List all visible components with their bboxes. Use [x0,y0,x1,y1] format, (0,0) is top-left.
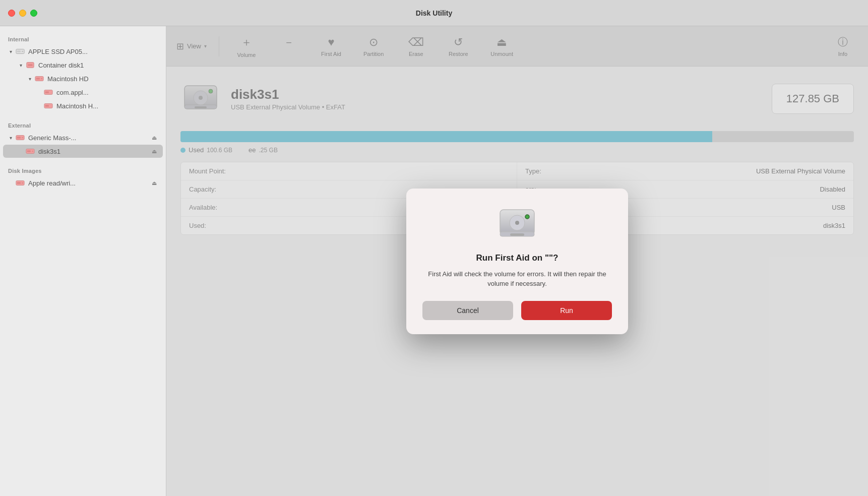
traffic-lights [8,10,37,17]
svg-point-32 [525,215,529,219]
run-button[interactable]: Run [521,301,612,320]
eject-icon[interactable]: ⏏ [152,135,157,141]
chevron-down-icon: ▾ [7,48,14,55]
minimize-button[interactable] [19,10,26,17]
snapshot-icon-2 [43,101,53,111]
sidebar-item-apple-ssd[interactable]: ▾ APPLE SSD AP05... [3,45,163,58]
dialog-overlay: Run First Aid on ""? First Aid will chec… [166,26,868,496]
snapshot-icon [43,87,53,97]
volume-icon [34,74,44,84]
usb-drive-icon [15,133,25,143]
first-aid-dialog: Run First Aid on ""? First Aid will chec… [406,189,628,334]
sidebar-item-label: com.appl... [56,89,157,96]
svg-rect-4 [28,64,33,66]
svg-rect-17 [27,150,31,152]
chevron-down-icon: ▾ [17,61,24,69]
svg-rect-14 [17,137,21,139]
container-icon [25,60,35,70]
svg-point-1 [22,51,23,52]
chevron-right-icon: ▾ [7,134,14,141]
close-button[interactable] [8,10,15,17]
sidebar-item-macintosh-hd[interactable]: ▾ Macintosh HD [3,72,163,85]
dialog-title: Run First Aid on ""? [476,253,559,263]
chevron-down-icon: ▾ [26,75,33,82]
sidebar-section-external: External [0,118,166,131]
dialog-buttons: Cancel Run [422,301,612,320]
window-title: Disk Utility [416,9,452,17]
sidebar-item-label: Macintosh HD [47,75,157,83]
svg-point-13 [22,137,23,139]
svg-rect-20 [17,182,21,184]
sidebar-item-disk3s1[interactable]: ▾ disk3s1 ⏏ [3,145,163,158]
cancel-button[interactable]: Cancel [422,301,513,320]
sidebar-item-com-appl[interactable]: ▾ com.appl... [3,86,163,99]
svg-rect-2 [17,50,21,52]
sidebar-item-generic-mass[interactable]: ▾ Generic Mass-... ⏏ [3,131,163,144]
sidebar-item-label: Container disk1 [38,61,157,69]
title-bar: Disk Utility [0,0,868,26]
volume-icon-2 [25,146,35,156]
sidebar-section-internal: Internal [0,32,166,44]
svg-rect-29 [510,233,524,236]
sidebar-item-label: Apple read/wri... [28,179,152,187]
app-body: Internal ▾ APPLE SSD AP05... ▾ [0,26,868,496]
eject-icon-3[interactable]: ⏏ [152,180,157,187]
svg-point-6 [41,78,42,80]
sidebar-section-disk-images: Disk Images [0,164,166,176]
svg-rect-11 [45,105,49,107]
sidebar-item-label: Generic Mass-... [28,134,152,142]
svg-point-31 [515,221,519,225]
main-content: ⊞ View ▾ ＋ Volume － . ♥ First Aid ⊙ Part… [166,26,868,496]
dmg-icon [15,178,25,188]
svg-rect-7 [36,78,40,80]
sidebar-item-macintosh-h2[interactable]: ▾ Macintosh H... [3,99,163,112]
sidebar-item-container-disk1[interactable]: ▾ Container disk1 [3,58,163,72]
maximize-button[interactable] [30,10,37,17]
sidebar-item-label: Macintosh H... [56,102,157,110]
dialog-drive-icon [497,205,537,245]
eject-icon-2[interactable]: ⏏ [152,148,157,155]
sidebar: Internal ▾ APPLE SSD AP05... ▾ [0,26,166,496]
drive-icon [15,46,25,56]
svg-point-19 [22,182,23,184]
dialog-message: First Aid will check the volume for erro… [422,269,612,289]
svg-rect-9 [45,91,49,93]
sidebar-item-label: disk3s1 [38,148,152,155]
svg-point-16 [32,151,33,152]
sidebar-item-label: APPLE SSD AP05... [28,48,157,55]
sidebar-item-apple-read[interactable]: ▾ Apple read/wri... ⏏ [3,176,163,190]
